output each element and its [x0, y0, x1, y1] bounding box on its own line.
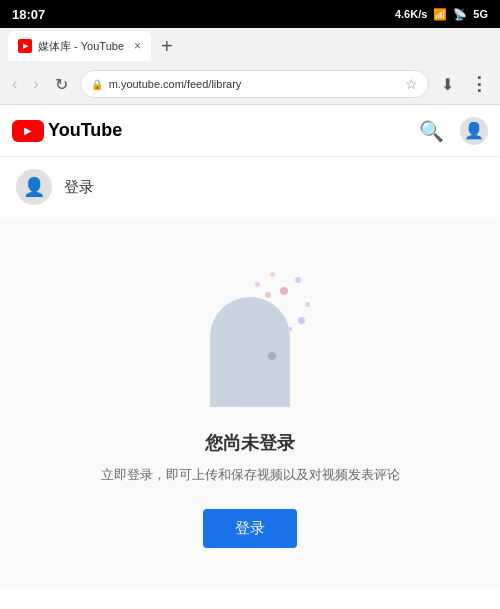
- download-icon[interactable]: ⬇: [437, 71, 458, 98]
- signin-button[interactable]: 登录: [203, 509, 297, 548]
- door-knob: [268, 352, 276, 360]
- youtube-logo-icon: [12, 120, 44, 142]
- youtube-logo-text: YouTube: [48, 120, 122, 141]
- browser-chrome: 媒体库 - YouTube × + ‹ › ↻ 🔒 m.youtube.com/…: [0, 28, 500, 105]
- address-bar: ‹ › ↻ 🔒 m.youtube.com/feed/library ☆ ⬇ ⋮: [0, 64, 500, 104]
- more-options-icon[interactable]: ⋮: [466, 69, 492, 99]
- back-button[interactable]: ‹: [8, 71, 21, 97]
- not-signed-in-desc: 立即登录，即可上传和保存视频以及对视频发表评论: [101, 465, 400, 485]
- youtube-logo[interactable]: YouTube: [12, 120, 122, 142]
- tab-favicon: [18, 39, 32, 53]
- status-time: 18:07: [12, 7, 45, 22]
- confetti-dot: [280, 287, 288, 295]
- confetti-dot: [295, 277, 301, 283]
- main-content: 您尚未登录 立即登录，即可上传和保存视频以及对视频发表评论 登录: [0, 217, 500, 588]
- status-indicators: 4.6K/s 📶 📡 5G: [395, 8, 488, 21]
- account-icon[interactable]: 👤: [460, 117, 488, 145]
- lock-icon: 🔒: [91, 79, 103, 90]
- refresh-button[interactable]: ↻: [51, 71, 72, 98]
- door-body: [210, 297, 290, 407]
- youtube-appbar: YouTube 🔍 👤: [0, 105, 500, 157]
- confetti-dot: [255, 282, 260, 287]
- signin-row[interactable]: 👤 登录: [0, 157, 500, 217]
- forward-button[interactable]: ›: [29, 71, 42, 97]
- search-icon[interactable]: 🔍: [419, 119, 444, 143]
- network-speed: 4.6K/s: [395, 8, 427, 20]
- tab-bar: 媒体库 - YouTube × +: [0, 28, 500, 64]
- new-tab-button[interactable]: +: [155, 35, 179, 58]
- confetti-dot: [265, 292, 271, 298]
- confetti-dot: [298, 317, 305, 324]
- tab-close-button[interactable]: ×: [134, 39, 141, 53]
- not-signed-in-title: 您尚未登录: [205, 431, 295, 455]
- wifi-icon: 📡: [453, 8, 467, 21]
- appbar-right: 🔍 👤: [419, 117, 488, 145]
- status-bar: 18:07 4.6K/s 📶 📡 5G: [0, 0, 500, 28]
- active-tab[interactable]: 媒体库 - YouTube ×: [8, 31, 151, 61]
- confetti-dot: [305, 302, 310, 307]
- door-illustration: [180, 257, 320, 407]
- bookmark-icon[interactable]: ☆: [405, 76, 418, 92]
- address-input[interactable]: 🔒 m.youtube.com/feed/library ☆: [80, 70, 429, 98]
- url-text: m.youtube.com/feed/library: [109, 78, 242, 90]
- signal-icon: 📶: [433, 8, 447, 21]
- confetti-dot: [270, 272, 275, 277]
- user-avatar: 👤: [16, 169, 52, 205]
- signin-label: 登录: [64, 178, 94, 197]
- battery-icon: 5G: [473, 8, 488, 20]
- tab-title: 媒体库 - YouTube: [38, 39, 124, 54]
